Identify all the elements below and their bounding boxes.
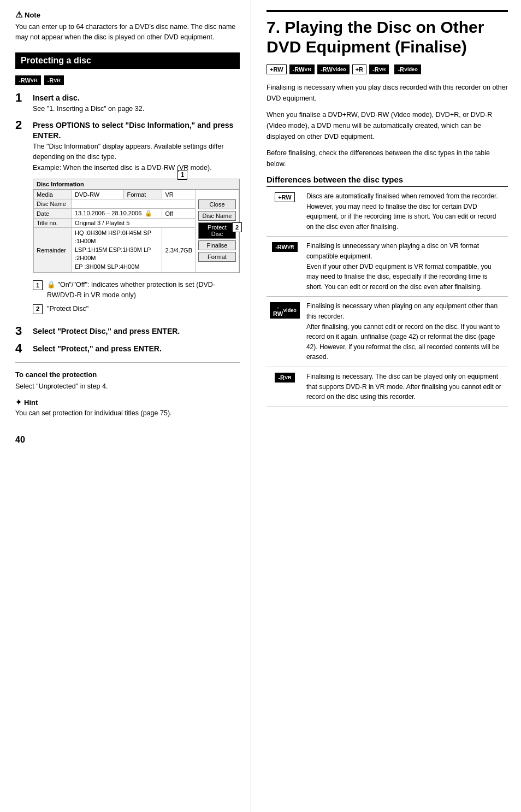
badge-cell-minus-rwvideo: -RWVideo <box>267 297 303 367</box>
badge-rvr: -RVR <box>44 75 64 85</box>
badge-minus-rwvr: -RWVR <box>289 64 315 74</box>
callout-1-text: 🔒 "On"/"Off": Indicates whether protecti… <box>47 280 240 301</box>
table-row-plus-rw: +RW Discs are automatically finalised wh… <box>267 187 508 237</box>
lock-icon: 🔒 <box>145 210 152 216</box>
table-row-minus-rwvr: -RWVR Finalising is unnecessary when pla… <box>267 237 508 297</box>
note-section: ⚠ Note You can enter up to 64 characters… <box>15 10 240 43</box>
disc-name-label: Disc Name <box>34 199 72 209</box>
disc-info-box: Disc Information Media DVD-RW Format VR … <box>33 179 240 273</box>
desc-cell-minus-rvr: Finalising is necessary. The disc can be… <box>303 367 508 407</box>
badge-plus-rw: +RW <box>267 64 287 74</box>
step-1-content: Insert a disc. See "1. Inserting a Disc"… <box>33 93 240 114</box>
step-2-content: Press OPTIONS to select "Disc Informatio… <box>33 120 240 319</box>
intro-text-1: Finalising is necessary when you play di… <box>267 82 508 104</box>
right-badges: +RW -RWVR -RWVideo +R -RVR -RVideo <box>267 64 508 74</box>
format-button[interactable]: Format <box>198 252 236 262</box>
step-2-number: 2 <box>15 119 27 319</box>
step-2-title: Press OPTIONS to select "Disc Informatio… <box>33 120 240 140</box>
remainder-val: HQ :0H30M HSP:0H45M SP :1H00M LSP:1H15M … <box>72 228 162 273</box>
divider <box>15 362 240 363</box>
table-row-minus-rwvideo: -RWVideo Finalising is necessary when pl… <box>267 297 508 367</box>
cancel-heading: To cancel the protection <box>15 370 240 379</box>
desc-cell-minus-rwvideo: Finalising is necessary when playing on … <box>303 297 508 367</box>
finalise-button[interactable]: Finalise <box>198 240 236 250</box>
badge-minus-rvr-row: -RVR <box>275 373 294 383</box>
badge-minus-rvideo: -RVideo <box>394 64 421 74</box>
hint-section: ✦ Hint You can set protection for indivi… <box>15 398 240 419</box>
callout-1-num: 1 <box>33 280 43 290</box>
date-label: Date <box>34 209 72 219</box>
badge-minus-rwvr-row: -RWVR <box>272 242 298 252</box>
hint-title: ✦ Hint <box>15 398 240 407</box>
badge-plus-rw-row: +RW <box>275 192 295 202</box>
differences-table: +RW Discs are automatically finalised wh… <box>267 187 508 407</box>
intro-text-2: When you finalise a DVD+RW, DVD-RW (Vide… <box>267 109 508 142</box>
badge-minus-rwvideo-row: -RWVideo <box>270 302 300 319</box>
step-4-number: 4 <box>15 343 27 355</box>
differences-heading: Differences between the disc types <box>267 175 508 187</box>
step-3-number: 3 <box>15 325 27 337</box>
table-row-minus-rvr: -RVR Finalising is necessary. The disc c… <box>267 367 508 407</box>
badge-minus-rvr: -RVR <box>369 64 389 74</box>
media-label: Media <box>34 190 72 199</box>
step-1-number: 1 <box>15 92 27 114</box>
step-4: 4 Select "Protect," and press ENTER. <box>15 344 240 355</box>
badge-plus-r: +R <box>352 64 366 74</box>
badge-cell-minus-rvr: -RVR <box>267 367 303 407</box>
callout-item-1: 1 🔒 "On"/"Off": Indicates whether protec… <box>33 280 240 301</box>
callout-2-text: "Protect Disc" <box>47 304 88 314</box>
chapter-title: 7. Playing the Disc on Other DVD Equipme… <box>267 10 508 57</box>
badge-cell-plus-rw: +RW <box>267 187 303 237</box>
disc-info-title: Disc Information <box>33 179 239 190</box>
protecting-header: Protecting a disc <box>15 52 240 69</box>
callout-1-indicator: 1 <box>177 170 187 180</box>
remainder-label: Remainder <box>34 228 72 273</box>
intro-text-3: Before finalising, check the differences… <box>267 148 508 169</box>
step-2-desc1: The "Disc Information" display appears. … <box>33 142 240 162</box>
cancel-text: Select "Unprotected" in step 4. <box>15 381 240 392</box>
note-label: Note <box>25 11 40 19</box>
step-1-desc: See "1. Inserting a Disc" on page 32. <box>33 104 240 114</box>
step-1: 1 Insert a disc. See "1. Inserting a Dis… <box>15 93 240 114</box>
callout-2-indicator: 2 <box>232 222 242 232</box>
date-off: Off <box>162 209 196 219</box>
hint-text: You can set protection for individual ti… <box>15 408 240 419</box>
hint-icon: ✦ <box>15 398 22 407</box>
page-number: 40 <box>15 435 240 445</box>
disc-name-val <box>72 199 196 209</box>
table-row: Media DVD-RW Format VR Close Disc Name P… <box>34 190 239 199</box>
media-val: DVD-RW <box>72 190 124 199</box>
callout-2-num: 2 <box>33 304 43 314</box>
step-3: 3 Select "Protect Disc," and press ENTER… <box>15 326 240 337</box>
date-val: 13.10.2006 – 28.10.2006 🔒 <box>72 209 162 219</box>
step-3-title: Select "Protect Disc," and press ENTER. <box>33 326 240 336</box>
step-4-content: Select "Protect," and press ENTER. <box>33 344 240 355</box>
remainder-size: 2.3/4.7GB <box>162 228 196 273</box>
format-label: Format <box>124 190 162 199</box>
step-2: 2 Press OPTIONS to select "Disc Informat… <box>15 120 240 319</box>
close-button[interactable]: Close <box>198 199 236 209</box>
title-label: Title no. <box>34 219 72 228</box>
hint-label: Hint <box>24 398 38 407</box>
step-2-desc2: Example: When the inserted disc is a DVD… <box>33 163 240 173</box>
disc-badges: -RWVR -RVR <box>15 75 240 85</box>
desc-cell-minus-rwvr: Finalising is unnecessary when playing a… <box>303 237 508 297</box>
desc-cell-plus-rw: Discs are automatically finalised when r… <box>303 187 508 237</box>
note-icon: ⚠ <box>15 10 22 20</box>
callout-items: 1 🔒 "On"/"Off": Indicates whether protec… <box>33 280 240 314</box>
lock-icon: 🔒 <box>47 281 56 289</box>
title-val: Original 3 / Playlist 5 <box>72 219 196 228</box>
step-1-title: Insert a disc. <box>33 93 240 103</box>
format-val: VR <box>162 190 196 199</box>
callout-item-2: 2 "Protect Disc" <box>33 304 240 314</box>
cancel-section: To cancel the protection Select "Unprote… <box>15 370 240 392</box>
badge-rwvr: -RWVR <box>15 75 41 85</box>
protect-disc-button[interactable]: Protect Disc <box>198 222 236 239</box>
disc-info-container: 1 Disc Information Media DVD-RW Format V… <box>33 179 240 273</box>
disc-info-table: Media DVD-RW Format VR Close Disc Name P… <box>33 190 239 273</box>
badge-minus-rwvideo: -RWVideo <box>317 64 350 74</box>
badge-cell-minus-rwvr: -RWVR <box>267 237 303 297</box>
note-text: You can enter up to 64 characters for a … <box>15 22 240 43</box>
step-4-title: Select "Protect," and press ENTER. <box>33 344 240 354</box>
disc-name-button[interactable]: Disc Name <box>198 211 236 221</box>
